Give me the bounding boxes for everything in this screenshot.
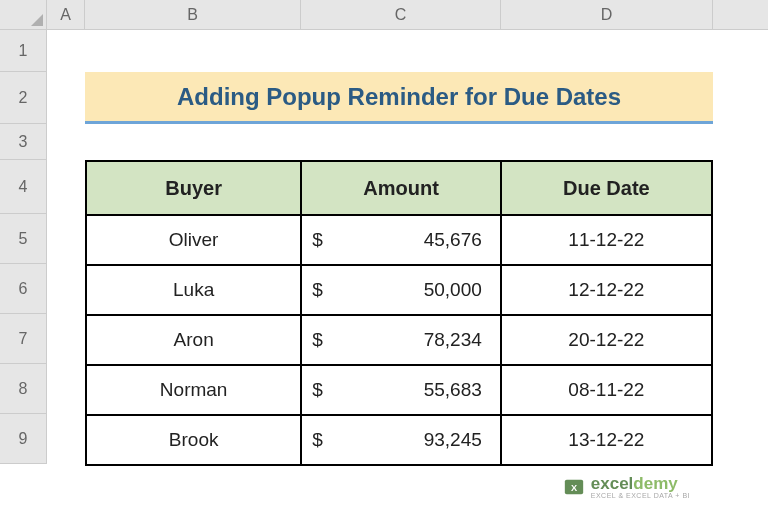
currency-symbol: $ [312,429,323,451]
row-header-4[interactable]: 4 [0,160,46,214]
cell-buyer[interactable]: Aron [86,315,301,365]
cell-due[interactable]: 08-11-22 [501,365,712,415]
col-header-B[interactable]: B [85,0,301,29]
cell-due[interactable]: 20-12-22 [501,315,712,365]
cell-buyer[interactable]: Oliver [86,215,301,265]
cell-due[interactable]: 12-12-22 [501,265,712,315]
cell-buyer[interactable]: Norman [86,365,301,415]
currency-symbol: $ [312,279,323,301]
watermark-brand1: excel [591,474,634,493]
cell-amount[interactable]: $50,000 [301,265,501,315]
table-row: Oliver $45,676 11-12-22 [86,215,712,265]
watermark-text: exceldemy EXCEL & EXCEL DATA + BI [591,475,690,499]
row-header-5[interactable]: 5 [0,214,46,264]
data-table: Buyer Amount Due Date Oliver $45,676 11-… [85,160,713,466]
col-header-D[interactable]: D [501,0,713,29]
watermark: X exceldemy EXCEL & EXCEL DATA + BI [563,475,690,499]
spreadsheet: A B C D 1 2 3 4 5 6 7 8 9 Adding Popup R… [0,0,768,517]
row-header-6[interactable]: 6 [0,264,46,314]
watermark-brand2: demy [633,474,677,493]
cell-amount[interactable]: $78,234 [301,315,501,365]
watermark-subtitle: EXCEL & EXCEL DATA + BI [591,492,690,499]
row-header-3[interactable]: 3 [0,124,46,160]
col-header-A[interactable]: A [47,0,85,29]
table-row: Brook $93,245 13-12-22 [86,415,712,465]
row-header-7[interactable]: 7 [0,314,46,364]
table-row: Aron $78,234 20-12-22 [86,315,712,365]
amount-value: 93,245 [424,429,482,451]
cell-buyer[interactable]: Brook [86,415,301,465]
table-row: Norman $55,683 08-11-22 [86,365,712,415]
table-row: Luka $50,000 12-12-22 [86,265,712,315]
column-headers: A B C D [47,0,768,30]
header-buyer[interactable]: Buyer [86,161,301,215]
row-header-9[interactable]: 9 [0,414,46,464]
cell-amount[interactable]: $45,676 [301,215,501,265]
currency-symbol: $ [312,229,323,251]
cell-buyer[interactable]: Luka [86,265,301,315]
row-header-1[interactable]: 1 [0,30,46,72]
amount-value: 55,683 [424,379,482,401]
amount-value: 78,234 [424,329,482,351]
header-amount[interactable]: Amount [301,161,501,215]
row-header-8[interactable]: 8 [0,364,46,414]
svg-text:X: X [571,483,578,493]
select-all-button[interactable] [0,0,47,30]
cell-amount[interactable]: $55,683 [301,365,501,415]
amount-value: 50,000 [424,279,482,301]
row-headers: 1 2 3 4 5 6 7 8 9 [0,30,47,464]
excel-logo-icon: X [563,476,585,498]
title-banner: Adding Popup Reminder for Due Dates [85,72,713,124]
grid-area[interactable]: Adding Popup Reminder for Due Dates Buye… [47,30,768,517]
page-title: Adding Popup Reminder for Due Dates [177,83,621,111]
row-header-2[interactable]: 2 [0,72,46,124]
cell-due[interactable]: 13-12-22 [501,415,712,465]
cell-due[interactable]: 11-12-22 [501,215,712,265]
col-header-C[interactable]: C [301,0,501,29]
header-row: Buyer Amount Due Date [86,161,712,215]
amount-value: 45,676 [424,229,482,251]
header-due[interactable]: Due Date [501,161,712,215]
currency-symbol: $ [312,379,323,401]
currency-symbol: $ [312,329,323,351]
cell-amount[interactable]: $93,245 [301,415,501,465]
